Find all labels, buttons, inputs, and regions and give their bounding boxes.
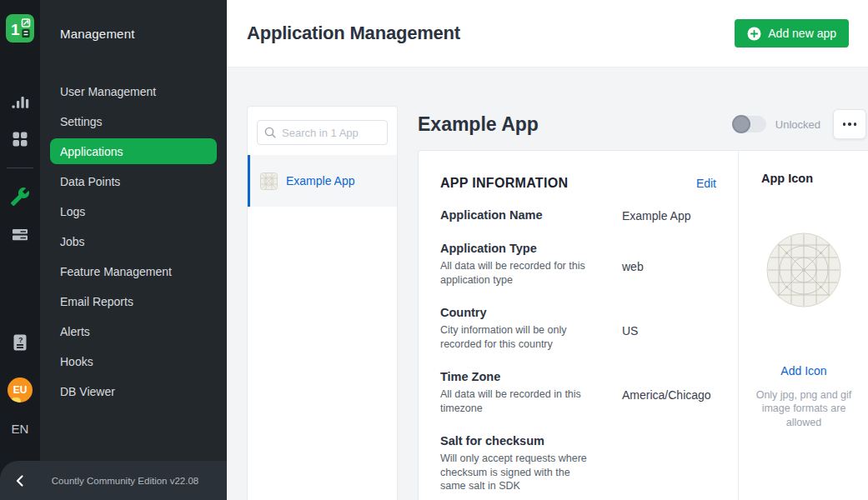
field-description: All data will be recorded for this appli… bbox=[440, 259, 590, 287]
edit-link[interactable]: Edit bbox=[696, 177, 716, 190]
analytics-icon[interactable] bbox=[10, 92, 30, 112]
app-icon-panel: App Icon bbox=[738, 151, 868, 500]
chevron-left-icon bbox=[13, 474, 27, 488]
more-options-button[interactable] bbox=[833, 109, 866, 139]
add-icon-link[interactable]: Add Icon bbox=[739, 364, 868, 378]
field-description: Will only accept requests where checksum… bbox=[440, 452, 590, 493]
field-label: Application Type bbox=[440, 242, 622, 255]
countly-app-window: 1 bbox=[0, 0, 868, 500]
dashboard-grid-icon[interactable] bbox=[10, 129, 30, 149]
sidebar-item-alerts[interactable]: Alerts bbox=[40, 317, 227, 347]
search-icon bbox=[264, 127, 276, 138]
sidebar-item-settings[interactable]: Settings bbox=[40, 107, 227, 137]
sidebar-footer-bar: Countly Community Edition v22.08 bbox=[0, 461, 227, 500]
app-icon-title: App Icon bbox=[761, 172, 868, 185]
field-description: City information will be only recorded f… bbox=[440, 323, 590, 351]
data-manager-icon[interactable] bbox=[10, 224, 30, 244]
search-input[interactable] bbox=[257, 120, 388, 145]
app-search bbox=[257, 120, 388, 145]
app-icon-placeholder-image bbox=[766, 232, 841, 308]
app-detail-header: Example App Unlocked bbox=[418, 106, 866, 142]
app-list-item-example-app[interactable]: Example App bbox=[248, 155, 397, 207]
field-application-name: Application Name Example App bbox=[440, 208, 716, 222]
field-description: All data will be recorded in this timezo… bbox=[440, 388, 590, 415]
app-list-panel: Example App bbox=[247, 106, 398, 500]
plus-circle-icon bbox=[747, 27, 761, 41]
ellipsis-icon bbox=[843, 122, 846, 126]
collapse-sidebar-button[interactable] bbox=[0, 461, 40, 500]
sidebar-item-user-management[interactable]: User Management bbox=[40, 77, 227, 107]
field-label: Salt for checksum bbox=[440, 434, 622, 448]
field-value: Example App bbox=[622, 209, 691, 222]
sidebar-item-data-points[interactable]: Data Points bbox=[40, 167, 227, 197]
field-salt-for-checksum: Salt for checksum Will only accept reque… bbox=[440, 434, 716, 493]
sidebar-item-db-viewer[interactable]: DB Viewer bbox=[40, 377, 227, 407]
field-value: America/Chicago bbox=[622, 388, 711, 415]
field-value: web bbox=[622, 260, 644, 287]
management-wrench-icon[interactable] bbox=[10, 187, 30, 207]
countly-logo-icon[interactable]: 1 bbox=[5, 13, 35, 43]
field-time-zone: Time Zone All data will be recorded in t… bbox=[440, 370, 716, 415]
field-label: Country bbox=[440, 306, 622, 319]
sidebar-item-hooks[interactable]: Hooks bbox=[40, 347, 227, 377]
app-list-item-label: Example App bbox=[286, 174, 355, 188]
field-application-type: Application Type All data will be record… bbox=[440, 242, 716, 287]
app-placeholder-icon bbox=[260, 172, 278, 190]
app-information-card: APP INFORMATION Edit Application Name Ex… bbox=[418, 150, 868, 500]
lock-toggle[interactable] bbox=[733, 116, 766, 132]
app-icon-placeholder bbox=[766, 232, 841, 311]
toggle-knob bbox=[732, 115, 750, 133]
field-label: Application Name bbox=[440, 208, 622, 222]
sidebar-item-jobs[interactable]: Jobs bbox=[40, 227, 227, 257]
language-selector[interactable]: EN bbox=[0, 422, 40, 436]
sidebar: 1 bbox=[0, 0, 227, 500]
version-label: Countly Community Edition v22.08 bbox=[40, 476, 227, 486]
svg-text:?: ? bbox=[18, 336, 23, 344]
field-label: Time Zone bbox=[440, 370, 622, 383]
app-information-section: APP INFORMATION Edit Application Name Ex… bbox=[419, 151, 738, 500]
lock-state-label: Unlocked bbox=[775, 118, 820, 131]
avatar-initials: EU bbox=[13, 384, 28, 396]
svg-text:1: 1 bbox=[11, 21, 20, 38]
page-title: Application Management bbox=[247, 22, 460, 44]
sidebar-menu-panel: Management User Management Settings Appl… bbox=[40, 0, 227, 500]
content-area: Example App Example App Unlocked bbox=[227, 68, 868, 500]
icon-format-hint: Only jpg, png and gif image formats are … bbox=[751, 388, 856, 429]
user-avatar[interactable]: EU bbox=[8, 378, 33, 402]
menu-section-title: Management bbox=[40, 0, 227, 41]
app-detail-title: Example App bbox=[418, 113, 539, 136]
sidebar-item-applications[interactable]: Applications bbox=[50, 138, 217, 164]
main-area: Application Management Add new app bbox=[227, 0, 868, 500]
section-title: APP INFORMATION bbox=[440, 176, 568, 191]
field-value: US bbox=[622, 324, 638, 351]
icon-rail: 1 bbox=[0, 0, 40, 500]
add-new-app-label: Add new app bbox=[768, 27, 836, 40]
field-country: Country City information will be only re… bbox=[440, 306, 716, 351]
add-new-app-button[interactable]: Add new app bbox=[735, 19, 849, 48]
page-header: Application Management Add new app bbox=[227, 0, 868, 68]
sidebar-item-feature-management[interactable]: Feature Management bbox=[40, 257, 227, 287]
help-icon[interactable]: ? bbox=[10, 332, 30, 352]
sidebar-item-email-reports[interactable]: Email Reports bbox=[40, 287, 227, 317]
rail-divider bbox=[7, 168, 33, 168]
sidebar-nav: User Management Settings Applications Da… bbox=[40, 77, 227, 407]
sidebar-item-logs[interactable]: Logs bbox=[40, 197, 227, 227]
